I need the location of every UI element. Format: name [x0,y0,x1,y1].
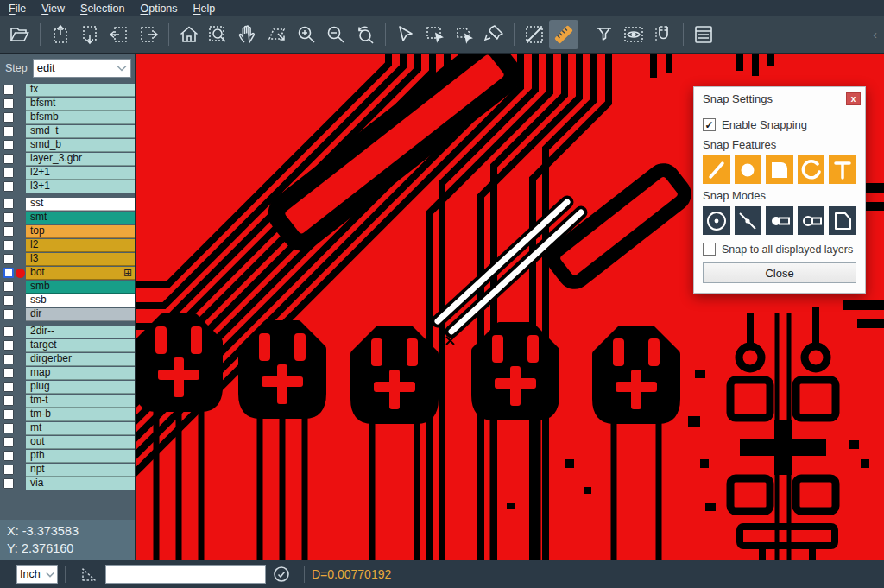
snap-feature-arc-button[interactable] [798,155,825,184]
snap-mode-point-on-line-button[interactable] [735,206,762,235]
snap-feature-text-button[interactable] [829,155,856,184]
layer-visibility-checkbox[interactable] [3,126,14,136]
layer-name-cell[interactable]: via [26,477,135,490]
layer-name-cell[interactable]: smt [26,212,135,224]
units-select[interactable]: Inch [16,565,58,584]
snap-mode-slot-filled-button[interactable] [766,206,793,235]
apply-measure-icon[interactable] [273,566,290,583]
layer-name-cell[interactable]: l2+1 [26,167,135,180]
zoom-in-button[interactable] [292,20,321,49]
snap-feature-circle-button[interactable] [735,155,762,184]
ruler-button[interactable] [549,20,578,49]
layer-visibility-checkbox[interactable] [3,254,14,264]
enable-snapping-checkbox[interactable]: ✓ [703,118,716,131]
layer-visibility-checkbox[interactable] [3,368,14,378]
select-rectangle-button[interactable] [420,20,450,49]
pan-up-button[interactable] [46,20,75,49]
layer-visibility-checkbox[interactable] [3,240,14,250]
layer-name-cell[interactable]: l3 [26,253,135,266]
layer-visibility-checkbox[interactable] [3,140,14,150]
layer-name-cell[interactable]: sst [26,198,135,211]
snap-mode-center-button[interactable] [703,206,730,235]
layer-visibility-checkbox[interactable] [3,154,14,164]
layer-name-cell[interactable]: bot⊞ [26,267,135,280]
menu-selection[interactable]: Selection [80,3,133,15]
layer-visibility-checkbox[interactable] [3,478,14,489]
report-button[interactable] [689,20,718,49]
brush-button[interactable] [479,20,508,49]
layer-name-cell[interactable]: l3+1 [26,180,135,193]
snap-mode-polygon-button[interactable] [829,206,856,235]
layer-name-cell[interactable]: fx [26,84,135,97]
layer-visibility-checkbox[interactable] [3,295,14,306]
layer-name-cell[interactable]: dirgerber [26,353,135,366]
layer-name-cell[interactable]: target [26,339,135,352]
layer-visibility-checkbox[interactable] [3,226,14,237]
layer-visibility-checkbox[interactable] [3,451,14,461]
layer-grid-icon[interactable]: ⊞ [123,268,132,278]
layer-visibility-checkbox[interactable] [3,268,14,278]
layer-visibility-checkbox[interactable] [3,354,14,364]
dialog-close-icon[interactable]: x [846,92,861,105]
layer-name-cell[interactable]: dir [26,308,135,321]
select-button[interactable] [391,20,420,49]
layer-visibility-checkbox[interactable] [3,98,14,109]
layer-visibility-checkbox[interactable] [3,437,14,447]
layer-name-cell[interactable]: bfsmt [26,98,135,111]
layer-name-cell[interactable]: top [26,225,135,238]
layer-visibility-checkbox[interactable] [3,168,14,178]
layer-name-cell[interactable]: 2dir-- [26,326,135,338]
angle-measure-icon[interactable] [79,565,98,584]
menu-file[interactable]: File [9,3,35,15]
snap-feature-surface-button[interactable] [766,155,793,184]
layer-visibility-checkbox[interactable] [3,326,14,337]
layer-visibility-checkbox[interactable] [3,423,14,433]
enable-snapping-row[interactable]: ✓ Enable Snapping [703,118,856,131]
pan-down-button[interactable] [75,20,104,49]
pan-hand-button[interactable] [233,20,262,49]
layer-visibility-checkbox[interactable] [3,465,14,475]
layer-name-cell[interactable]: npt [26,464,135,477]
layer-visibility-checkbox[interactable] [3,212,14,223]
layer-visibility-checkbox[interactable] [3,181,14,192]
zoom-home-button[interactable] [174,20,204,49]
snap-mode-slot-outline-button[interactable] [798,206,825,235]
layer-visibility-checkbox[interactable] [3,395,14,406]
layer-name-cell[interactable]: tm-b [26,408,135,421]
layer-visibility-checkbox[interactable] [3,409,14,420]
layer-name-cell[interactable]: l2 [26,239,135,252]
layer-name-cell[interactable]: plug [26,381,135,394]
layer-name-cell[interactable]: map [26,367,135,380]
layer-name-cell[interactable]: smd_b [26,139,135,152]
layer-visibility-checkbox[interactable] [3,309,14,319]
view-options-button[interactable] [619,20,648,49]
dialog-close-button[interactable]: Close [703,262,856,283]
zoom-out-button[interactable] [321,20,350,49]
filter-button[interactable] [590,20,619,49]
layer-visibility-checkbox[interactable] [3,340,14,351]
layer-visibility-checkbox[interactable] [3,281,14,292]
layer-name-cell[interactable]: out [26,436,135,449]
zoom-window-button[interactable] [204,20,233,49]
dialog-titlebar[interactable]: Snap Settings x [694,87,865,110]
snap-all-layers-checkbox[interactable] [703,243,716,256]
measure-input[interactable] [105,565,266,584]
snap-feature-line-button[interactable] [703,155,730,184]
layer-name-cell[interactable]: smd_t [26,125,135,138]
menu-help[interactable]: Help [193,3,224,15]
zoom-dynamic-button[interactable] [262,20,292,49]
snap-button[interactable] [648,20,678,49]
layer-name-cell[interactable]: smb [26,281,135,294]
pan-left-button[interactable] [104,20,134,49]
layer-visibility-checkbox[interactable] [3,199,14,209]
layer-visibility-checkbox[interactable] [3,382,14,392]
zoom-previous-button[interactable] [350,20,380,49]
pan-right-button[interactable] [134,20,163,49]
snap-all-layers-row[interactable]: Snap to all displayed layers [703,243,856,256]
layer-name-cell[interactable]: layer_3.gbr [26,153,135,166]
layer-name-cell[interactable]: mt [26,422,135,435]
layer-name-cell[interactable]: pth [26,450,135,463]
layer-name-cell[interactable]: ssb [26,294,135,307]
measure-distance-button[interactable] [520,20,549,49]
layer-visibility-checkbox[interactable] [3,85,14,95]
